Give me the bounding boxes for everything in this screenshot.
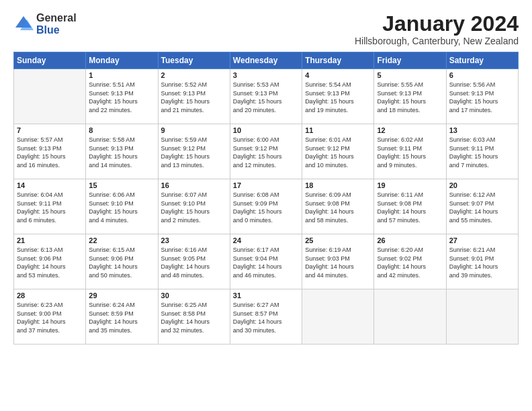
header: General Blue January 2024 Hillsborough, … <box>13 12 519 46</box>
day-number: 29 <box>89 291 154 300</box>
day-number: 30 <box>161 291 227 300</box>
day-number: 5 <box>377 71 443 79</box>
weekday-header-saturday: Saturday <box>446 52 518 69</box>
cell-details: Sunrise: 6:01 AMSunset: 9:12 PMDaylight:… <box>305 136 371 169</box>
cell-details: Sunrise: 5:55 AMSunset: 9:13 PMDaylight:… <box>377 81 443 114</box>
calendar-cell <box>374 289 446 345</box>
cell-details: Sunrise: 5:58 AMSunset: 9:13 PMDaylight:… <box>89 136 154 169</box>
weekday-header-friday: Friday <box>374 52 446 69</box>
day-number: 23 <box>161 236 227 244</box>
calendar-cell: 17Sunrise: 6:08 AMSunset: 9:09 PMDayligh… <box>230 179 302 234</box>
cell-details: Sunrise: 6:03 AMSunset: 9:11 PMDaylight:… <box>449 136 515 169</box>
cell-details: Sunrise: 6:16 AMSunset: 9:05 PMDaylight:… <box>161 246 227 279</box>
cell-details: Sunrise: 6:09 AMSunset: 9:08 PMDaylight:… <box>305 191 371 224</box>
week-row-2: 14Sunrise: 6:04 AMSunset: 9:11 PMDayligh… <box>14 179 519 234</box>
cell-details: Sunrise: 6:00 AMSunset: 9:12 PMDaylight:… <box>233 136 299 169</box>
calendar-cell: 16Sunrise: 6:07 AMSunset: 9:10 PMDayligh… <box>158 179 230 234</box>
title-block: January 2024 Hillsborough, Canterbury, N… <box>355 12 519 46</box>
calendar-cell: 14Sunrise: 6:04 AMSunset: 9:11 PMDayligh… <box>14 179 86 234</box>
cell-details: Sunrise: 6:04 AMSunset: 9:11 PMDaylight:… <box>17 191 83 224</box>
calendar-cell: 26Sunrise: 6:20 AMSunset: 9:02 PMDayligh… <box>374 234 446 289</box>
logo-general: General <box>36 12 77 24</box>
logo-blue: Blue <box>36 24 77 36</box>
calendar-cell: 20Sunrise: 6:12 AMSunset: 9:07 PMDayligh… <box>446 179 518 234</box>
cell-details: Sunrise: 6:23 AMSunset: 9:00 PMDaylight:… <box>17 301 83 334</box>
cell-details: Sunrise: 5:56 AMSunset: 9:13 PMDaylight:… <box>449 81 515 114</box>
calendar-cell: 6Sunrise: 5:56 AMSunset: 9:13 PMDaylight… <box>446 69 518 124</box>
cell-details: Sunrise: 6:24 AMSunset: 8:59 PMDaylight:… <box>89 301 154 334</box>
calendar: SundayMondayTuesdayWednesdayThursdayFrid… <box>13 52 519 345</box>
calendar-cell: 4Sunrise: 5:54 AMSunset: 9:13 PMDaylight… <box>302 69 374 124</box>
cell-details: Sunrise: 6:17 AMSunset: 9:04 PMDaylight:… <box>233 246 299 279</box>
cell-details: Sunrise: 6:13 AMSunset: 9:06 PMDaylight:… <box>17 246 83 279</box>
day-number: 19 <box>377 181 443 189</box>
day-number: 15 <box>89 181 154 189</box>
day-number: 9 <box>161 126 227 134</box>
calendar-cell: 28Sunrise: 6:23 AMSunset: 9:00 PMDayligh… <box>14 289 86 345</box>
day-number: 3 <box>233 71 299 79</box>
calendar-cell: 22Sunrise: 6:15 AMSunset: 9:06 PMDayligh… <box>86 234 158 289</box>
day-number: 12 <box>377 126 443 134</box>
week-row-1: 7Sunrise: 5:57 AMSunset: 9:13 PMDaylight… <box>14 124 519 179</box>
day-number: 1 <box>89 71 154 79</box>
calendar-cell: 15Sunrise: 6:06 AMSunset: 9:10 PMDayligh… <box>86 179 158 234</box>
calendar-cell: 7Sunrise: 5:57 AMSunset: 9:13 PMDaylight… <box>14 124 86 179</box>
cell-details: Sunrise: 6:15 AMSunset: 9:06 PMDaylight:… <box>89 246 154 279</box>
cell-details: Sunrise: 6:19 AMSunset: 9:03 PMDaylight:… <box>305 246 371 279</box>
day-number: 16 <box>161 181 227 189</box>
calendar-cell: 21Sunrise: 6:13 AMSunset: 9:06 PMDayligh… <box>14 234 86 289</box>
day-number: 27 <box>449 236 515 244</box>
calendar-cell: 10Sunrise: 6:00 AMSunset: 9:12 PMDayligh… <box>230 124 302 179</box>
weekday-header-thursday: Thursday <box>302 52 374 69</box>
week-row-4: 28Sunrise: 6:23 AMSunset: 9:00 PMDayligh… <box>14 289 519 345</box>
day-number: 6 <box>449 71 515 79</box>
calendar-cell: 31Sunrise: 6:27 AMSunset: 8:57 PMDayligh… <box>230 289 302 345</box>
calendar-cell: 8Sunrise: 5:58 AMSunset: 9:13 PMDaylight… <box>86 124 158 179</box>
day-number: 8 <box>89 126 154 134</box>
page: General Blue January 2024 Hillsborough, … <box>0 0 532 411</box>
weekday-header-row: SundayMondayTuesdayWednesdayThursdayFrid… <box>14 52 519 69</box>
calendar-cell: 30Sunrise: 6:25 AMSunset: 8:58 PMDayligh… <box>158 289 230 345</box>
logo-icon <box>13 14 34 34</box>
day-number: 28 <box>17 291 83 300</box>
cell-details: Sunrise: 5:59 AMSunset: 9:12 PMDaylight:… <box>161 136 227 169</box>
week-row-0: 1Sunrise: 5:51 AMSunset: 9:13 PMDaylight… <box>14 69 519 124</box>
day-number: 25 <box>305 236 371 244</box>
calendar-cell: 2Sunrise: 5:52 AMSunset: 9:13 PMDaylight… <box>158 69 230 124</box>
cell-details: Sunrise: 6:08 AMSunset: 9:09 PMDaylight:… <box>233 191 299 224</box>
location: Hillsborough, Canterbury, New Zealand <box>355 36 519 46</box>
cell-details: Sunrise: 6:11 AMSunset: 9:08 PMDaylight:… <box>377 191 443 224</box>
month-title: January 2024 <box>355 12 519 36</box>
day-number: 21 <box>17 236 83 244</box>
calendar-cell: 5Sunrise: 5:55 AMSunset: 9:13 PMDaylight… <box>374 69 446 124</box>
cell-details: Sunrise: 6:06 AMSunset: 9:10 PMDaylight:… <box>89 191 154 224</box>
cell-details: Sunrise: 6:20 AMSunset: 9:02 PMDaylight:… <box>377 246 443 279</box>
calendar-cell: 11Sunrise: 6:01 AMSunset: 9:12 PMDayligh… <box>302 124 374 179</box>
day-number: 7 <box>17 126 83 134</box>
calendar-cell: 24Sunrise: 6:17 AMSunset: 9:04 PMDayligh… <box>230 234 302 289</box>
calendar-cell <box>302 289 374 345</box>
calendar-cell: 12Sunrise: 6:02 AMSunset: 9:11 PMDayligh… <box>374 124 446 179</box>
calendar-cell <box>14 69 86 124</box>
day-number: 31 <box>233 291 299 300</box>
weekday-header-monday: Monday <box>86 52 158 69</box>
cell-details: Sunrise: 6:27 AMSunset: 8:57 PMDaylight:… <box>233 301 299 334</box>
calendar-cell: 25Sunrise: 6:19 AMSunset: 9:03 PMDayligh… <box>302 234 374 289</box>
day-number: 18 <box>305 181 371 189</box>
day-number: 2 <box>161 71 227 79</box>
week-row-3: 21Sunrise: 6:13 AMSunset: 9:06 PMDayligh… <box>14 234 519 289</box>
calendar-cell: 1Sunrise: 5:51 AMSunset: 9:13 PMDaylight… <box>86 69 158 124</box>
calendar-cell: 23Sunrise: 6:16 AMSunset: 9:05 PMDayligh… <box>158 234 230 289</box>
cell-details: Sunrise: 5:57 AMSunset: 9:13 PMDaylight:… <box>17 136 83 169</box>
day-number: 17 <box>233 181 299 189</box>
cell-details: Sunrise: 6:12 AMSunset: 9:07 PMDaylight:… <box>449 191 515 224</box>
cell-details: Sunrise: 6:21 AMSunset: 9:01 PMDaylight:… <box>449 246 515 279</box>
calendar-cell: 3Sunrise: 5:53 AMSunset: 9:13 PMDaylight… <box>230 69 302 124</box>
day-number: 20 <box>449 181 515 189</box>
cell-details: Sunrise: 6:25 AMSunset: 8:58 PMDaylight:… <box>161 301 227 334</box>
calendar-cell <box>446 289 518 345</box>
cell-details: Sunrise: 6:02 AMSunset: 9:11 PMDaylight:… <box>377 136 443 169</box>
calendar-cell: 18Sunrise: 6:09 AMSunset: 9:08 PMDayligh… <box>302 179 374 234</box>
weekday-header-tuesday: Tuesday <box>158 52 230 69</box>
cell-details: Sunrise: 5:51 AMSunset: 9:13 PMDaylight:… <box>89 81 154 114</box>
